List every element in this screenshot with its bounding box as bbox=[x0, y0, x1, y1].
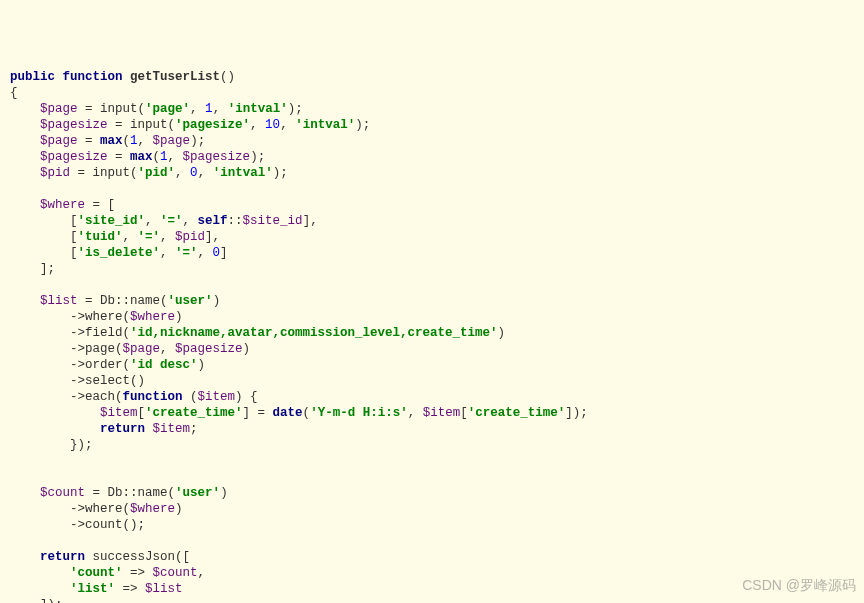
variable: $pid bbox=[40, 166, 70, 180]
function-name: getTuserList bbox=[130, 70, 220, 84]
method: page bbox=[85, 342, 115, 356]
method: select bbox=[85, 374, 130, 388]
variable: $item bbox=[153, 422, 191, 436]
string: 'create_time' bbox=[145, 406, 243, 420]
variable: $pid bbox=[175, 230, 205, 244]
variable: $pagesize bbox=[40, 118, 108, 132]
number: 0 bbox=[213, 246, 221, 260]
variable: $count bbox=[40, 486, 85, 500]
variable: $pagesize bbox=[175, 342, 243, 356]
class-name: Db bbox=[100, 294, 115, 308]
string: 'intval' bbox=[295, 118, 355, 132]
variable: $item bbox=[100, 406, 138, 420]
string: 'is_delete' bbox=[78, 246, 161, 260]
variable: $page bbox=[40, 102, 78, 116]
variable: $item bbox=[423, 406, 461, 420]
variable: $count bbox=[153, 566, 198, 580]
string: 'list' bbox=[70, 582, 115, 596]
string: 'intval' bbox=[213, 166, 273, 180]
string: 'user' bbox=[168, 294, 213, 308]
function-call: date bbox=[273, 406, 303, 420]
keyword-self: self bbox=[198, 214, 228, 228]
string: 'count' bbox=[70, 566, 123, 580]
keyword-return: return bbox=[40, 550, 85, 564]
function-call: input bbox=[93, 166, 131, 180]
string: 'id,nickname,avatar,commission_level,cre… bbox=[130, 326, 498, 340]
watermark: CSDN @罗峰源码 bbox=[742, 577, 856, 595]
function-call: max bbox=[130, 150, 153, 164]
class-name: Db bbox=[108, 486, 123, 500]
method: name bbox=[130, 294, 160, 308]
string: 'site_id' bbox=[78, 214, 146, 228]
method: field bbox=[85, 326, 123, 340]
function-call: input bbox=[100, 102, 138, 116]
function-call: input bbox=[130, 118, 168, 132]
string: 'id desc' bbox=[130, 358, 198, 372]
string: 'user' bbox=[175, 486, 220, 500]
string: 'create_time' bbox=[468, 406, 566, 420]
string: 'pagesize' bbox=[175, 118, 250, 132]
variable: $list bbox=[145, 582, 183, 596]
variable: $item bbox=[198, 390, 236, 404]
keyword-public: public bbox=[10, 70, 55, 84]
number: 10 bbox=[265, 118, 280, 132]
method: where bbox=[85, 502, 123, 516]
method: count bbox=[85, 518, 123, 532]
code-block: public function getTuserList() { $page =… bbox=[10, 69, 854, 603]
variable: $list bbox=[40, 294, 78, 308]
string: 'Y-m-d H:i:s' bbox=[310, 406, 408, 420]
property: $site_id bbox=[243, 214, 303, 228]
method: name bbox=[138, 486, 168, 500]
variable: $pagesize bbox=[183, 150, 251, 164]
string: 'pid' bbox=[138, 166, 176, 180]
keyword-return: return bbox=[100, 422, 145, 436]
variable: $pagesize bbox=[40, 150, 108, 164]
method: order bbox=[85, 358, 123, 372]
keyword-function: function bbox=[63, 70, 123, 84]
string: 'tuid' bbox=[78, 230, 123, 244]
variable: $page bbox=[153, 134, 191, 148]
string: 'page' bbox=[145, 102, 190, 116]
variable: $page bbox=[40, 134, 78, 148]
string: '=' bbox=[160, 214, 183, 228]
function-call: max bbox=[100, 134, 123, 148]
number: 1 bbox=[160, 150, 168, 164]
string: 'intval' bbox=[228, 102, 288, 116]
method: each bbox=[85, 390, 115, 404]
string: '=' bbox=[175, 246, 198, 260]
variable: $where bbox=[130, 502, 175, 516]
keyword-function: function bbox=[123, 390, 183, 404]
method: where bbox=[85, 310, 123, 324]
variable: $page bbox=[123, 342, 161, 356]
variable: $where bbox=[40, 198, 85, 212]
number: 1 bbox=[205, 102, 213, 116]
number: 1 bbox=[130, 134, 138, 148]
function-call: successJson bbox=[93, 550, 176, 564]
variable: $where bbox=[130, 310, 175, 324]
number: 0 bbox=[190, 166, 198, 180]
string: '=' bbox=[138, 230, 161, 244]
